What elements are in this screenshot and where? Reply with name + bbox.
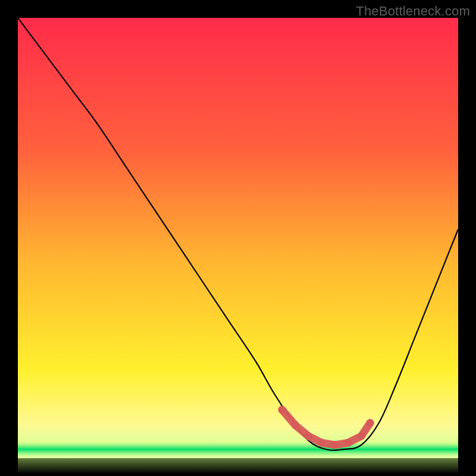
chart-frame: TheBottleneck.com bbox=[0, 0, 476, 476]
marker-point bbox=[318, 439, 325, 447]
marker-point bbox=[331, 441, 339, 449]
marker-point bbox=[367, 419, 374, 427]
bottleneck-chart bbox=[0, 0, 476, 476]
marker-point bbox=[345, 439, 352, 447]
plot-background bbox=[18, 18, 458, 458]
marker-point bbox=[292, 421, 299, 429]
marker-point bbox=[305, 433, 312, 440]
marker-point bbox=[358, 433, 365, 440]
marker-point bbox=[278, 406, 286, 414]
watermark-text: TheBottleneck.com bbox=[356, 4, 470, 19]
optimal-band bbox=[18, 425, 458, 474]
